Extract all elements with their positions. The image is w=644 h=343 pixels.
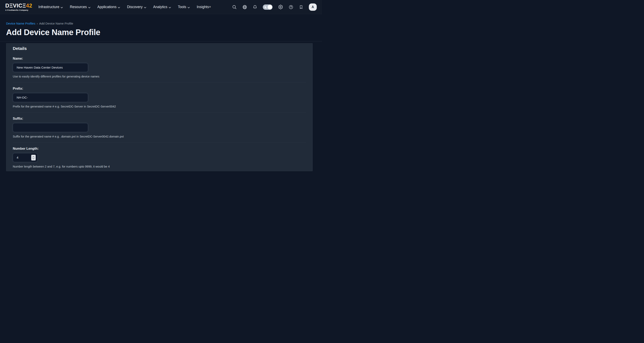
bookmark-icon[interactable] <box>299 5 303 10</box>
settings-gear-icon[interactable] <box>278 4 283 10</box>
suffix-field-group: Suffix: Suffix for the generated name # … <box>13 117 306 138</box>
nav-item-resources[interactable]: Resources <box>70 5 90 9</box>
chevron-down-icon <box>61 5 63 9</box>
number-spinner[interactable] <box>31 155 36 160</box>
device42-logo[interactable]: DΞVICΞ 42 A Freshworks Company <box>5 3 32 11</box>
search-icon[interactable] <box>232 5 237 10</box>
spinner-up-icon <box>32 156 34 158</box>
breadcrumb-current: Add Device Name Profile <box>39 22 73 25</box>
number-length-field-group: Number Length: Number length between 2 a… <box>13 147 306 168</box>
suffix-helper-text: Suffix for the generated name # e.g. .do… <box>13 135 306 138</box>
suffix-label: Suffix: <box>13 117 306 120</box>
logo-accent-text: 42 <box>26 3 32 8</box>
field-divider <box>13 142 306 142</box>
details-panel: Details Name: Use to easily identify dif… <box>6 43 313 171</box>
suffix-input[interactable] <box>13 123 88 132</box>
breadcrumb-link-device-name-profiles[interactable]: Device Name Profiles <box>6 22 35 25</box>
breadcrumb-separator: › <box>37 22 38 25</box>
top-nav-bar: DΞVICΞ 42 A Freshworks Company Infrastru… <box>0 0 322 14</box>
logo-main-text: DΞVICΞ <box>5 3 26 8</box>
help-icon[interactable] <box>288 5 294 10</box>
page-title: Add Device Name Profile <box>6 28 316 37</box>
nav-item-analytics[interactable]: Analytics <box>153 5 171 9</box>
nav-item-infrastructure[interactable]: Infrastructure <box>38 5 63 9</box>
toggle-knob <box>268 5 272 9</box>
header-actions: A <box>232 4 317 11</box>
device42-logo-text: DΞVICΞ 42 <box>5 3 32 8</box>
main-nav: Infrastructure Resources Applications Di… <box>38 5 211 9</box>
chevron-down-icon <box>118 5 120 9</box>
nav-item-tools[interactable]: Tools <box>178 5 190 9</box>
number-length-label: Number Length: <box>13 147 306 150</box>
avatar-initial: A <box>312 5 314 9</box>
notifications-bell-icon[interactable] <box>253 5 257 10</box>
name-field-group: Name: Use to easily identify different p… <box>13 56 306 78</box>
theme-toggle[interactable] <box>263 4 272 10</box>
main-content: Device Name Profiles › Add Device Name P… <box>0 22 322 171</box>
prefix-input[interactable] <box>13 93 88 102</box>
moon-icon <box>264 5 268 10</box>
name-label: Name: <box>13 56 306 60</box>
chevron-down-icon <box>169 5 171 9</box>
prefix-label: Prefix: <box>13 86 306 90</box>
prefix-helper-text: Prefix for the generated name # e.g. Sec… <box>13 105 306 108</box>
title-divider <box>0 41 322 42</box>
prefix-field-group: Prefix: Prefix for the generated name # … <box>13 86 306 108</box>
number-length-stepper <box>13 153 38 162</box>
nav-item-applications[interactable]: Applications <box>97 5 120 9</box>
breadcrumb: Device Name Profiles › Add Device Name P… <box>6 22 316 25</box>
name-input[interactable] <box>13 63 88 72</box>
chevron-down-icon <box>188 5 190 9</box>
spinner-down-icon <box>32 158 34 159</box>
section-title: Details <box>13 46 306 51</box>
chevron-down-icon <box>88 5 90 9</box>
number-length-helper-text: Number length between 2 and 7, e.g. for … <box>13 165 306 168</box>
nav-item-discovery[interactable]: Discovery <box>127 5 146 9</box>
nav-item-insights[interactable]: Insights+ <box>197 5 211 9</box>
user-avatar[interactable]: A <box>309 4 317 11</box>
globe-icon[interactable] <box>242 5 247 10</box>
name-helper-text: Use to easily identify different profile… <box>13 75 306 78</box>
logo-tagline: A Freshworks Company <box>5 9 32 11</box>
chevron-down-icon <box>144 5 146 9</box>
